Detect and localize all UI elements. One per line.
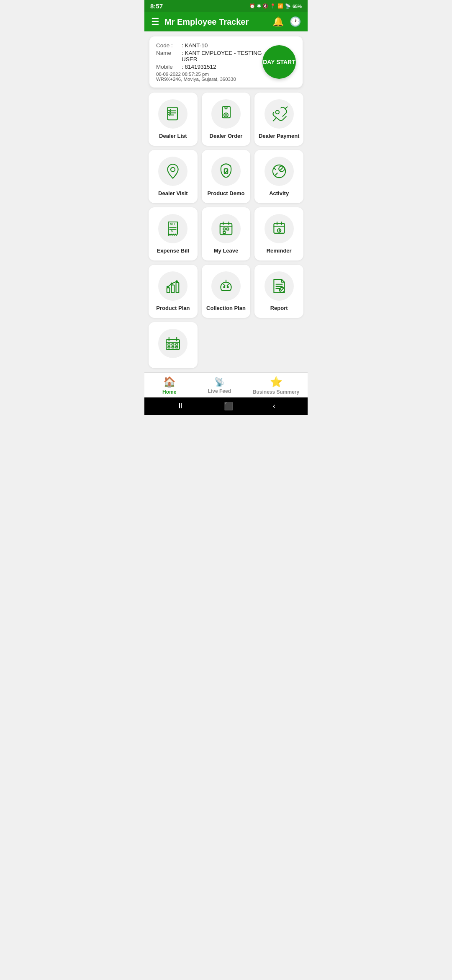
reminder-icon (265, 214, 294, 243)
svg-text:$: $ (171, 229, 173, 233)
product-plan-icon (158, 271, 187, 301)
svg-point-32 (167, 286, 168, 288)
product-plan-label: Product Plan (156, 305, 190, 312)
collection-plan-label: Collection Plan (206, 305, 246, 312)
history-icon[interactable]: 🕐 (290, 16, 301, 27)
reminder-label: Reminder (267, 248, 292, 255)
name-value: : KANT EMPLOYEE - TESTING USER (182, 50, 262, 62)
profile-name-row: Name : KANT EMPLOYEE - TESTING USER (156, 50, 262, 62)
svg-rect-0 (168, 107, 178, 120)
bell-icon[interactable]: 🔔 (272, 16, 284, 27)
svg-rect-43 (168, 343, 170, 345)
report-icon (265, 271, 294, 301)
svg-rect-20 (227, 228, 229, 230)
dealer-payment-icon (265, 99, 294, 129)
name-label: Name (156, 50, 179, 62)
svg-rect-30 (172, 285, 175, 292)
home-icon: 🏠 (163, 376, 176, 388)
nav-business-summery[interactable]: ⭐ Business Summery (253, 376, 299, 395)
reminder-item[interactable]: Reminder (254, 207, 303, 260)
dealer-visit-label: Dealer Visit (158, 190, 188, 197)
product-demo-icon (211, 157, 241, 186)
android-back-btn[interactable]: ‹ (273, 402, 275, 410)
svg-text:BILL: BILL (170, 223, 176, 226)
wifi-icon: 📶 (277, 3, 283, 9)
nav-live-feed-label: Live Feed (208, 388, 231, 394)
status-bar: 8:57 ⏰ ✱ 🔇 📍 📶 📡 65% (144, 0, 308, 12)
svg-rect-15 (220, 223, 232, 235)
header-actions: 🔔 🕐 (272, 16, 301, 27)
product-demo-label: Product Demo (208, 190, 245, 197)
android-home-btn[interactable]: ⬛ (224, 402, 233, 411)
product-demo-item[interactable]: Product Demo (202, 150, 251, 203)
profile-info: Code : : KANT-10 Name : KANT EMPLOYEE - … (156, 42, 262, 82)
nav-business-label: Business Summery (253, 389, 299, 395)
alarm-icon: ⏰ (249, 3, 255, 9)
live-feed-icon: 📡 (214, 377, 225, 387)
dealer-order-icon (211, 99, 241, 129)
android-navbar: ⏸ ⬛ ‹ (144, 397, 308, 415)
profile-code-row: Code : : KANT-10 (156, 42, 262, 49)
day-start-button[interactable]: DAY START (262, 45, 296, 79)
status-icons: ⏰ ✱ 🔇 📍 📶 📡 65% (249, 3, 302, 9)
code-label: Code : (156, 42, 179, 49)
code-value: : KANT-10 (182, 42, 208, 49)
profile-datetime: 08-09-2022 08:57:25 pm (156, 72, 262, 77)
nav-home-label: Home (162, 389, 176, 395)
business-icon: ⭐ (270, 376, 282, 388)
app-title: Mr Employee Tracker (164, 17, 267, 27)
dealer-payment-item[interactable]: Dealer Payment (254, 93, 303, 146)
report-label: Report (270, 305, 288, 312)
status-time: 8:57 (150, 3, 163, 10)
dealer-order-label: Dealer Order (210, 133, 243, 140)
svg-rect-44 (172, 343, 174, 345)
battery-label: 65% (293, 4, 302, 9)
collection-plan-item[interactable]: Collection Plan (202, 265, 251, 318)
my-leave-label: My Leave (214, 248, 239, 255)
mute-icon: 🔇 (262, 3, 268, 9)
expense-bill-label: Expense Bill (157, 248, 189, 255)
menu-grid: Dealer List Dealer Order Dealer Payment (144, 93, 308, 372)
product-plan-item[interactable]: Product Plan (149, 265, 198, 318)
android-recent-btn[interactable]: ⏸ (177, 402, 184, 410)
signal-icon: 📡 (285, 3, 291, 9)
profile-location: WR9X+246, Moviya, Gujarat, 360330 (156, 77, 262, 82)
app-header: ☰ Mr Employee Tracker 🔔 🕐 (144, 12, 308, 31)
svg-rect-21 (223, 232, 225, 234)
expense-bill-item[interactable]: BILL $ Expense Bill (149, 207, 198, 260)
activity-item[interactable]: Activity (254, 150, 303, 203)
bottom-navigation: 🏠 Home 📡 Live Feed ⭐ Business Summery (144, 372, 308, 397)
expense-bill-icon: BILL $ (158, 214, 187, 243)
schedule-icon (158, 329, 187, 358)
nav-live-feed[interactable]: 📡 Live Feed (203, 377, 236, 394)
svg-rect-19 (223, 228, 225, 230)
svg-rect-45 (176, 343, 178, 345)
report-item[interactable]: Report (254, 265, 303, 318)
svg-rect-46 (168, 346, 170, 348)
svg-point-35 (223, 286, 225, 288)
nav-home[interactable]: 🏠 Home (153, 376, 186, 395)
mobile-label: Mobile (156, 64, 179, 70)
svg-rect-47 (172, 346, 174, 348)
svg-point-33 (171, 283, 172, 284)
my-leave-item[interactable]: My Leave (202, 207, 251, 260)
menu-icon[interactable]: ☰ (151, 16, 159, 27)
svg-line-28 (279, 230, 280, 232)
svg-point-6 (275, 111, 279, 114)
location-icon: 📍 (270, 3, 276, 9)
svg-rect-31 (176, 282, 179, 292)
svg-rect-29 (167, 288, 170, 293)
dealer-payment-label: Dealer Payment (259, 133, 300, 140)
profile-card: Code : : KANT-10 Name : KANT EMPLOYEE - … (149, 36, 303, 88)
activity-icon (265, 157, 294, 186)
svg-rect-48 (176, 346, 178, 348)
dealer-visit-icon (158, 157, 187, 186)
profile-mobile-row: Mobile : 8141931512 (156, 64, 262, 70)
mobile-value: : 8141931512 (182, 64, 216, 70)
dealer-list-label: Dealer List (159, 133, 187, 140)
svg-point-7 (171, 168, 175, 172)
dealer-list-item[interactable]: Dealer List (149, 93, 198, 146)
schedule-item[interactable] (149, 322, 198, 368)
dealer-visit-item[interactable]: Dealer Visit (149, 150, 198, 203)
dealer-order-item[interactable]: Dealer Order (202, 93, 251, 146)
